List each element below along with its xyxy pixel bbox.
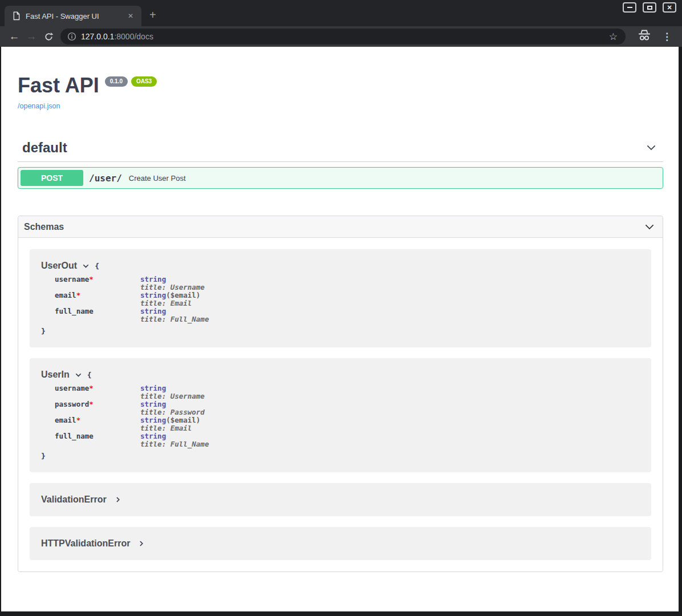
model-title: UserIn xyxy=(41,370,70,380)
required-star: * xyxy=(89,275,94,283)
chevron-right-icon[interactable] xyxy=(138,540,145,547)
prop-type: string xyxy=(140,275,166,283)
site-info-icon[interactable] xyxy=(67,32,76,41)
prop-format: ($email) xyxy=(166,291,200,299)
endpoint-path: /user/ xyxy=(89,173,122,184)
incognito-icon xyxy=(637,30,652,43)
chevron-down-icon[interactable] xyxy=(645,141,657,154)
prop-title: title: Email xyxy=(140,299,192,307)
prop-name: username xyxy=(55,384,89,392)
close-icon: ✕ xyxy=(667,5,672,11)
api-badges: 0.1.0 OAS3 xyxy=(105,76,157,87)
required-star: * xyxy=(76,416,81,424)
bookmark-star-icon[interactable]: ☆ xyxy=(606,31,621,43)
prop-type: string xyxy=(140,291,166,299)
prop-full-name: full_name string title: Full_Name xyxy=(55,432,640,448)
prop-title: title: Full_Name xyxy=(140,440,209,448)
prop-type: string xyxy=(140,307,166,315)
model-userin: UserIn { username* string title: Usernam… xyxy=(30,358,651,472)
open-brace: { xyxy=(87,371,92,379)
tab-bar: Fast API - Swagger UI ✕ + ✕ xyxy=(0,0,682,26)
prop-format: ($email) xyxy=(166,416,200,424)
model-userout-header[interactable]: UserOut { xyxy=(41,261,640,271)
schemas-title: Schemas xyxy=(24,222,64,232)
prop-title: title: Username xyxy=(140,283,205,291)
url-path: :8000/docs xyxy=(114,32,153,41)
url-text: 127.0.0.1:8000/docs xyxy=(81,32,153,41)
tag-section-title: default xyxy=(22,140,67,156)
oas3-badge: OAS3 xyxy=(131,76,157,87)
prop-name: email xyxy=(55,416,76,424)
model-validationerror: ValidationError xyxy=(30,483,651,516)
tab-title: Fast API - Swagger UI xyxy=(26,12,99,21)
model-validationerror-header[interactable]: ValidationError xyxy=(41,495,640,505)
close-brace: } xyxy=(41,452,46,460)
browser-tab[interactable]: Fast API - Swagger UI ✕ xyxy=(5,6,141,26)
schemas-body: UserOut { username* string title: Userna… xyxy=(18,238,663,572)
prop-name: full_name xyxy=(55,432,94,440)
tag-section-header[interactable]: default xyxy=(18,140,663,162)
prop-title: title: Password xyxy=(140,408,205,416)
prop-name: username xyxy=(55,275,89,283)
prop-email: email* string($email) title: Email xyxy=(55,416,640,432)
model-httpvalidationerror-header[interactable]: HTTPValidationError xyxy=(41,538,640,549)
model-props: username* string title: Username email* … xyxy=(55,275,640,323)
prop-name: password xyxy=(55,400,89,408)
tab-close-icon[interactable]: ✕ xyxy=(125,11,136,21)
page-favicon-icon xyxy=(13,11,20,21)
prop-email: email* string($email) title: Email xyxy=(55,291,640,307)
url-host: 127.0.0.1 xyxy=(81,32,114,41)
post-method-button[interactable]: POST xyxy=(21,170,83,186)
prop-username: username* string title: Username xyxy=(55,275,640,291)
minimize-icon xyxy=(627,7,632,8)
prop-name: full_name xyxy=(55,307,94,315)
required-star: * xyxy=(76,291,81,299)
close-button[interactable]: ✕ xyxy=(663,2,676,13)
open-brace: { xyxy=(95,262,99,270)
address-bar[interactable]: 127.0.0.1:8000/docs ☆ xyxy=(60,29,626,44)
window-controls: ✕ xyxy=(623,2,676,13)
schemas-header[interactable]: Schemas xyxy=(18,216,663,238)
forward-button[interactable]: → xyxy=(23,29,40,44)
model-title: ValidationError xyxy=(41,495,107,505)
model-props: username* string title: Username passwor… xyxy=(55,384,640,448)
prop-name: email xyxy=(55,291,76,299)
version-badge: 0.1.0 xyxy=(105,76,128,87)
minimize-button[interactable] xyxy=(623,2,636,13)
required-star: * xyxy=(89,384,94,392)
chevron-right-icon[interactable] xyxy=(115,496,121,503)
browser-menu-icon[interactable]: ⋮ xyxy=(657,31,676,43)
reload-button[interactable] xyxy=(40,29,57,44)
maximize-button[interactable] xyxy=(643,2,656,13)
prop-type: string xyxy=(140,432,166,440)
prop-full-name: full_name string title: Full_Name xyxy=(55,307,640,323)
prop-type: string xyxy=(140,400,166,408)
close-brace: } xyxy=(41,327,46,335)
swagger-page: Fast API 0.1.0 OAS3 /openapi.json defaul… xyxy=(1,47,679,611)
model-title: HTTPValidationError xyxy=(41,538,130,549)
schemas-section: Schemas UserOut { xyxy=(18,216,663,572)
browser-toolbar: ← → 127.0.0.1:8000/docs ☆ ⋮ xyxy=(0,26,682,47)
chevron-down-icon[interactable] xyxy=(643,221,656,233)
prop-title: title: Email xyxy=(140,424,192,432)
model-userin-header[interactable]: UserIn { xyxy=(41,370,640,380)
back-button[interactable]: ← xyxy=(6,29,23,44)
model-userout: UserOut { username* string title: Userna… xyxy=(30,249,651,347)
api-title: Fast API xyxy=(18,74,99,97)
prop-type: string xyxy=(140,384,166,392)
prop-title: title: Username xyxy=(140,392,205,400)
new-tab-button[interactable]: + xyxy=(149,9,156,21)
endpoint-summary: Create User Post xyxy=(129,174,186,183)
prop-password: password* string title: Password xyxy=(55,400,640,416)
required-star: * xyxy=(89,400,94,408)
model-title: UserOut xyxy=(41,261,77,271)
reload-icon xyxy=(44,32,54,42)
endpoint-post-user[interactable]: POST /user/ Create User Post xyxy=(18,167,663,189)
api-info: Fast API 0.1.0 OAS3 /openapi.json xyxy=(18,47,663,111)
chevron-down-icon[interactable] xyxy=(82,262,90,270)
maximize-icon xyxy=(647,6,652,10)
prop-title: title: Full_Name xyxy=(140,315,209,323)
chevron-down-icon[interactable] xyxy=(75,371,82,379)
prop-username: username* string title: Username xyxy=(55,384,640,400)
openapi-spec-link[interactable]: /openapi.json xyxy=(18,102,60,110)
